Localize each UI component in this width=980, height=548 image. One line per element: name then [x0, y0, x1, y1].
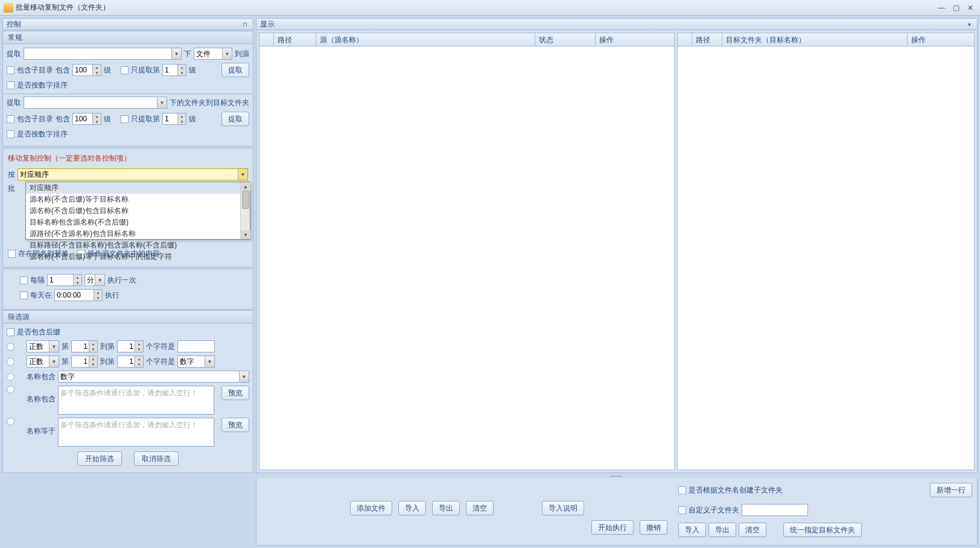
- file-type-combo[interactable]: 文件▼: [194, 48, 232, 60]
- from-spin-2[interactable]: 1▲▼: [71, 355, 98, 368]
- order-dropdown[interactable]: 对应顺序 源名称(不含后缀)等于目标名称 源名称(不含后缀)包含目标名称 目标名…: [25, 182, 250, 240]
- char-combo-2[interactable]: 数字▼: [177, 355, 215, 368]
- level-spin-2[interactable]: 100▲▼: [72, 113, 101, 125]
- extract-button-1[interactable]: 提取: [221, 63, 249, 77]
- only-level-spin-2[interactable]: 1▲▼: [162, 113, 186, 125]
- filter-radio-1[interactable]: [7, 343, 14, 351]
- dropdown-item-4[interactable]: 源路径(不含源名称)包含目标名称: [26, 228, 250, 240]
- name-contains-combo[interactable]: 数字▼: [58, 371, 249, 383]
- t1-col-status[interactable]: 状态: [535, 33, 596, 46]
- order-combo[interactable]: 对应顺序 ▼: [18, 168, 248, 180]
- window-title: 批量移动复制文件（文件夹）: [16, 2, 933, 13]
- create-sub-label: 是否根据文件名创建子文件夹: [689, 485, 783, 495]
- t2-col-action[interactable]: 操作: [908, 33, 974, 46]
- import-desc-button[interactable]: 导入说明: [542, 501, 584, 515]
- splitter-handle[interactable]: ••••: [256, 473, 978, 478]
- group-filter: 筛选源: [8, 312, 30, 322]
- exec-once-label: 执行一次: [107, 275, 136, 285]
- import-button-1[interactable]: 导入: [398, 501, 426, 515]
- pos-combo-2[interactable]: 正数▼: [27, 355, 59, 368]
- time-spin[interactable]: 0:00:00▲▼: [54, 289, 103, 301]
- filter-radio-4[interactable]: [7, 386, 14, 393]
- table-1-body[interactable]: [259, 46, 674, 470]
- include-label-2: 包含: [56, 114, 70, 124]
- close-button[interactable]: ✕: [964, 4, 976, 12]
- pin-icon[interactable]: ⊓: [241, 20, 249, 28]
- every-interval-check[interactable]: [20, 276, 28, 284]
- sort-num-check-1[interactable]: [7, 81, 14, 89]
- include-subdir-check-2[interactable]: [7, 115, 14, 123]
- add-file-button[interactable]: 添加文件: [350, 501, 392, 515]
- start-filter-button[interactable]: 开始筛选: [77, 451, 122, 466]
- t1-col-source[interactable]: 源（源名称）: [316, 33, 535, 46]
- name-contains-label: 名称包含: [27, 372, 56, 382]
- import-button-2[interactable]: 导入: [678, 523, 706, 537]
- only-extract-check-1[interactable]: [121, 66, 129, 74]
- to-spin-2[interactable]: 1▲▼: [117, 355, 144, 368]
- only-extract-check-2[interactable]: [121, 115, 129, 123]
- cancel-filter-button[interactable]: 取消筛选: [134, 451, 179, 466]
- create-sub-check[interactable]: [678, 486, 686, 494]
- extract-button-2[interactable]: 提取: [221, 112, 249, 126]
- t2-col-target[interactable]: 目标文件夹（目标名称）: [722, 33, 908, 46]
- panel-caret-icon[interactable]: ▾: [965, 20, 973, 28]
- inc-suffix-check[interactable]: [7, 328, 14, 336]
- t2-col-0[interactable]: [678, 33, 692, 46]
- sort-num-label: 是否按数字排序: [17, 80, 68, 91]
- undo-button[interactable]: 撤销: [640, 520, 667, 535]
- t1-col-action[interactable]: 操作: [596, 33, 674, 46]
- filter-radio-5[interactable]: [7, 418, 14, 425]
- filter-radio-3[interactable]: [7, 373, 14, 381]
- unit-combo[interactable]: 分▼: [84, 274, 105, 286]
- to-source-label: 到源: [235, 49, 249, 59]
- t1-col-path[interactable]: 路径: [274, 33, 316, 46]
- exec-label: 执行: [105, 290, 119, 301]
- only-level-spin-1[interactable]: 1▲▼: [162, 64, 186, 76]
- replace-same-check[interactable]: [8, 250, 16, 258]
- clear-button-1[interactable]: 清空: [466, 501, 494, 515]
- dropdown-item-5[interactable]: 目标路径(不含目标名称)包含源名称(不含后缀): [26, 240, 250, 251]
- include-subdir-check-1[interactable]: [7, 66, 14, 74]
- custom-sub-label: 自定义子文件夹: [689, 505, 739, 515]
- preview-button-1[interactable]: 预览: [221, 386, 249, 400]
- dropdown-item-2[interactable]: 源名称(不含后缀)包含目标名称: [26, 205, 250, 217]
- dropdown-item-1[interactable]: 源名称(不含后缀)等于目标名称: [26, 194, 250, 205]
- pos-combo-1[interactable]: 正数▼: [27, 340, 59, 352]
- app-icon: [4, 3, 13, 13]
- export-button-1[interactable]: 导出: [432, 501, 460, 515]
- by-label: 按: [8, 170, 15, 180]
- dropdown-scrollbar[interactable]: ▲ ▼: [240, 182, 250, 239]
- left-panel-title: 控制: [7, 19, 21, 30]
- custom-sub-input[interactable]: [742, 504, 808, 516]
- dropdown-item-6[interactable]: 源名称(不含后缀)等于目标名称中的指定字符: [26, 251, 250, 263]
- new-row-button[interactable]: 新增一行: [930, 483, 972, 497]
- only-extract-label: 只提取第: [131, 65, 160, 75]
- t1-col-0[interactable]: [259, 33, 274, 46]
- level-label-3: 级: [104, 114, 111, 124]
- char-input-1[interactable]: [177, 340, 215, 352]
- table-2-body[interactable]: [678, 46, 974, 470]
- to-spin-1[interactable]: 1▲▼: [117, 340, 144, 352]
- sort-num-check-2[interactable]: [7, 130, 14, 138]
- only-extract-label-2: 只提取第: [131, 114, 160, 124]
- custom-sub-check[interactable]: [678, 506, 686, 514]
- name-contains-textarea[interactable]: 多个筛选条件请逐行添加，请勿输入空行！: [58, 386, 214, 415]
- unify-target-button[interactable]: 统一指定目标文件夹: [783, 523, 862, 537]
- dropdown-item-3[interactable]: 目标名称包含源名称(不含后缀): [26, 217, 250, 228]
- from-spin-1[interactable]: 1▲▼: [71, 340, 98, 352]
- start-exec-button[interactable]: 开始执行: [591, 520, 634, 535]
- maximize-button[interactable]: ▢: [950, 4, 962, 12]
- every-day-check[interactable]: [20, 292, 28, 299]
- name-equals-textarea[interactable]: 多个筛选条件请逐行添加，请勿输入空行！: [58, 418, 214, 447]
- t2-col-path[interactable]: 路径: [692, 33, 722, 46]
- interval-spin[interactable]: 1▲▼: [47, 274, 82, 286]
- dropdown-item-0[interactable]: 对应顺序: [26, 182, 250, 194]
- export-button-2[interactable]: 导出: [708, 523, 736, 537]
- filter-radio-2[interactable]: [7, 358, 14, 366]
- clear-button-2[interactable]: 清空: [739, 523, 766, 537]
- extract-path-combo-2[interactable]: ▼: [24, 97, 167, 109]
- extract-path-combo[interactable]: ▼: [24, 48, 182, 60]
- preview-button-2[interactable]: 预览: [221, 418, 249, 432]
- minimize-button[interactable]: —: [935, 4, 947, 12]
- level-spin-1[interactable]: 100▲▼: [72, 64, 101, 76]
